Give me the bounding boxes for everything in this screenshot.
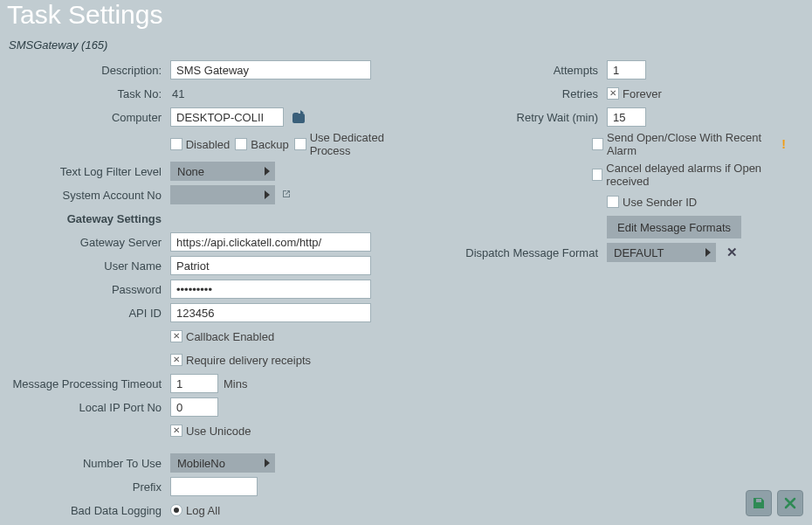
task-no-label: Task No: [9,87,170,100]
log-filter-dropdown[interactable]: None [170,162,275,181]
cancel-delayed-cb-label: Cancel delayed alarms if Open received [606,162,786,188]
clear-dispatch-icon[interactable]: ✕ [726,245,738,260]
api-id-label: API ID [9,307,170,320]
backup-cb-label: Backup [251,138,288,151]
dedicated-cb-label: Use Dedicated Process [310,131,428,157]
close-icon [784,497,796,509]
api-id-input[interactable] [170,303,371,322]
dedicated-checkbox[interactable] [294,138,306,150]
save-button[interactable] [746,490,772,516]
dispatch-format-dropdown[interactable]: DEFAULT [607,243,716,262]
receipts-checkbox[interactable] [170,354,182,366]
retries-label: Retries [454,87,607,100]
task-subtitle: SMSGateway (165) [0,31,812,60]
cancel-button[interactable] [777,490,803,516]
sys-acct-dropdown[interactable] [170,185,275,204]
bad-data-label: Bad Data Logging [9,504,170,517]
caret-right-icon [265,167,270,176]
use-sender-id-checkbox[interactable] [607,196,619,208]
attempts-label: Attempts [454,64,607,77]
caret-right-icon [265,459,270,467]
retry-wait-input[interactable] [607,107,646,127]
sys-acct-label: System Account No [9,189,170,202]
unicode-checkbox[interactable] [170,425,182,437]
cancel-delayed-checkbox[interactable] [592,169,603,181]
description-input[interactable] [170,60,371,79]
log-filter-value: None [177,165,204,178]
number-to-use-dropdown[interactable]: MobileNo [170,453,275,473]
browse-computer-icon[interactable] [291,110,306,124]
dispatch-format-value: DEFAULT [614,246,664,259]
gateway-server-input[interactable] [170,232,371,252]
open-link-icon[interactable] [280,188,292,203]
disabled-cb-label: Disabled [186,138,231,151]
retry-wait-label: Retry Wait (min) [454,111,607,124]
gateway-settings-heading: Gateway Settings [9,212,170,225]
timeout-label: Message Processing Timeout [9,377,170,390]
receipts-cb-label: Require delivery receipts [186,354,311,367]
send-open-close-checkbox[interactable] [592,138,603,150]
edit-message-formats-button[interactable]: Edit Message Formats [607,216,741,238]
password-input[interactable] [170,280,371,299]
dispatch-format-label: Dispatch Message Format [454,246,607,259]
prefix-input[interactable] [170,477,258,496]
number-to-use-label: Number To Use [9,457,170,470]
send-open-cb-label: Send Open/Close With Recent Alarm [607,131,773,157]
forever-cb-label: Forever [623,87,662,100]
timeout-input[interactable] [170,374,218,393]
description-label: Description: [9,64,170,77]
page-title: Task Settings [0,0,812,31]
number-to-use-value: MobileNo [177,457,225,470]
attempts-input[interactable] [607,60,646,79]
user-label: User Name [9,259,170,273]
warning-icon: ! [781,137,786,151]
port-label: Local IP Port No [9,401,170,414]
log-all-radio[interactable] [170,504,182,516]
caret-right-icon [705,248,711,257]
callback-checkbox[interactable] [170,330,182,342]
username-input[interactable] [170,256,371,275]
backup-checkbox[interactable] [235,138,247,150]
server-label: Gateway Server [9,236,170,249]
forever-checkbox[interactable] [607,87,619,100]
save-icon [752,496,766,510]
disabled-checkbox[interactable] [170,138,182,150]
computer-label: Computer [9,111,170,124]
prefix-label: Prefix [9,480,170,494]
caret-right-icon [265,190,270,199]
callback-cb-label: Callback Enabled [186,330,274,343]
task-no-value: 41 [170,87,184,100]
password-label: Password [9,283,170,296]
log-all-radio-label: Log All [186,504,220,517]
port-input[interactable] [170,397,218,417]
computer-input[interactable] [170,107,284,127]
timeout-unit: Mins [224,377,247,390]
unicode-cb-label: Use Unicode [186,425,251,438]
use-sender-id-cb-label: Use Sender ID [623,196,697,209]
log-filter-label: Text Log Filter Level [9,165,170,178]
